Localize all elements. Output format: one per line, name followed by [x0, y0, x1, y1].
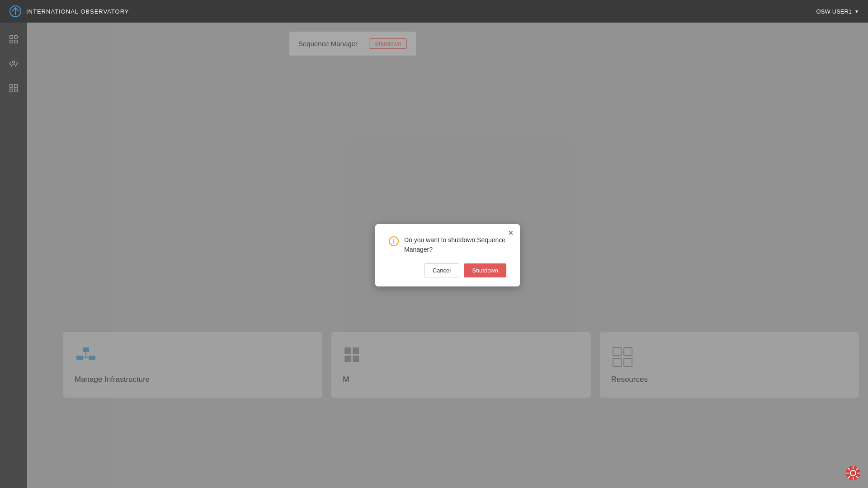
shutdown-dialog: ✕ Do you want to shutdown Sequence Manag…	[375, 224, 520, 286]
modal-overlay: ✕ Do you want to shutdown Sequence Manag…	[27, 23, 868, 488]
settings-corner-button[interactable]	[845, 465, 861, 481]
cancel-button[interactable]: Cancel	[424, 263, 459, 277]
user-menu[interactable]: OSW-USER1 ▼	[816, 8, 859, 15]
chevron-down-icon: ▼	[854, 9, 859, 14]
svg-rect-5	[14, 40, 17, 43]
dialog-message: Do you want to shutdown Sequence Manager…	[404, 235, 506, 254]
dialog-footer: Cancel Shutdown	[389, 263, 506, 277]
shutdown-button[interactable]: Shutdown	[464, 263, 506, 277]
sidebar	[0, 23, 27, 488]
topbar-left: INTERNATIONAL OBSERVATORY	[9, 5, 129, 18]
topbar: INTERNATIONAL OBSERVATORY OSW-USER1 ▼	[0, 0, 868, 23]
sidebar-item-observations[interactable]	[4, 54, 24, 74]
svg-rect-3	[14, 36, 17, 38]
svg-rect-2	[10, 36, 13, 38]
svg-rect-9	[10, 89, 13, 92]
svg-rect-10	[14, 89, 17, 92]
sidebar-item-grid[interactable]	[4, 78, 24, 98]
tmt-logo	[9, 5, 22, 18]
username-label: OSW-USER1	[816, 8, 852, 15]
dialog-body: Do you want to shutdown Sequence Manager…	[389, 235, 506, 254]
svg-point-26	[393, 243, 394, 244]
svg-rect-8	[14, 84, 17, 87]
svg-rect-7	[10, 84, 13, 87]
sidebar-item-dashboard[interactable]	[4, 29, 24, 49]
warning-icon	[389, 236, 399, 246]
svg-rect-4	[10, 40, 13, 43]
topbar-title: INTERNATIONAL OBSERVATORY	[26, 8, 129, 15]
dialog-close-button[interactable]: ✕	[508, 230, 514, 237]
tmt-logo-icon	[9, 5, 22, 18]
svg-point-6	[12, 61, 15, 64]
